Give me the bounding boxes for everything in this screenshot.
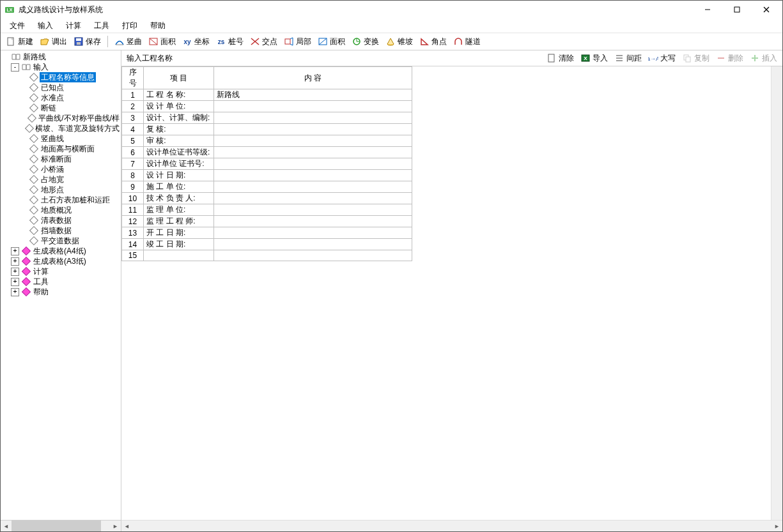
col-header-content[interactable]: 内 容 — [214, 67, 412, 89]
grid-row[interactable]: 10技 术 负 责 人: — [122, 193, 412, 204]
expand-icon[interactable]: + — [11, 278, 19, 286]
rt-clear-button[interactable]: 清除 — [544, 52, 577, 65]
cell-content[interactable] — [214, 147, 412, 158]
grid-row[interactable]: 9施 工 单 位: — [122, 181, 412, 193]
row-header[interactable]: 4 — [122, 124, 144, 135]
cell-content[interactable] — [214, 124, 412, 135]
tb-new-button[interactable]: 新建 — [3, 35, 36, 49]
close-button[interactable] — [752, 1, 781, 19]
tree-item[interactable]: 土石方表加桩和运距 — [20, 195, 121, 205]
cell-content[interactable] — [214, 158, 412, 170]
tree-item[interactable]: 地质概况 — [20, 205, 121, 215]
expand-icon[interactable]: + — [11, 268, 19, 276]
cell-item[interactable]: 监 理 工 程 师: — [144, 216, 214, 227]
menu-4[interactable]: 打印 — [116, 19, 144, 33]
cell-content[interactable] — [214, 204, 412, 216]
maximize-button[interactable] — [722, 1, 752, 19]
cell-item[interactable]: 设计单位证书等级: — [144, 147, 214, 158]
cell-item[interactable]: 设计、计算、编制: — [144, 112, 214, 124]
tree-item[interactable]: 竖曲线 — [20, 133, 121, 144]
grid-row[interactable]: 4复 核: — [122, 124, 412, 135]
tb-open-button[interactable]: 调出 — [37, 35, 70, 49]
rt-spacing-button[interactable]: 间距 — [612, 52, 644, 65]
row-header[interactable]: 1 — [122, 89, 144, 101]
tree-item[interactable]: 已知点 — [20, 82, 121, 93]
tb-vcurve-button[interactable]: 竖曲 — [112, 35, 144, 49]
tree-item[interactable]: 小桥涵 — [20, 164, 121, 174]
cell-content[interactable] — [214, 135, 412, 147]
row-header[interactable]: 8 — [122, 170, 144, 181]
grid-row[interactable]: 1工 程 名 称:新路线 — [122, 89, 412, 101]
row-header[interactable]: 13 — [122, 227, 144, 239]
cell-item[interactable] — [144, 250, 214, 261]
row-header[interactable]: 7 — [122, 158, 144, 170]
tb-xy-button[interactable]: xy坐标 — [180, 35, 212, 49]
cell-content[interactable] — [214, 250, 412, 261]
tb-zs-button[interactable]: zs桩号 — [213, 35, 246, 49]
tree-item[interactable]: 清表数据 — [20, 215, 121, 225]
row-header[interactable]: 14 — [122, 239, 144, 250]
tree-item[interactable]: 挡墙数据 — [20, 225, 121, 236]
tb-save-button[interactable]: 保存 — [71, 35, 104, 49]
tb-area1-button[interactable]: 面积 — [146, 35, 178, 49]
cell-content[interactable] — [214, 216, 412, 227]
tree-item[interactable]: 工程名称等信息 — [20, 72, 121, 82]
row-header[interactable]: 12 — [122, 216, 144, 227]
tree-section[interactable]: +生成表格(A4纸) — [11, 246, 121, 256]
col-header-seq[interactable]: 序 号 — [122, 67, 144, 89]
row-header[interactable]: 15 — [122, 250, 144, 261]
expand-icon[interactable]: + — [11, 288, 19, 296]
tree-item[interactable]: 平交道数据 — [20, 236, 121, 246]
tree-item[interactable]: 断链 — [20, 103, 121, 113]
grid-row[interactable]: 3设计、计算、编制: — [122, 112, 412, 124]
grid-row[interactable]: 2设 计 单 位: — [122, 101, 412, 112]
scroll-thumb[interactable] — [12, 521, 101, 531]
tree-item[interactable]: 地形点 — [20, 185, 121, 195]
cell-item[interactable]: 工 程 名 称: — [144, 89, 214, 101]
editor-h-scrollbar[interactable]: ◄ ► — [121, 520, 782, 531]
collapse-icon[interactable]: - — [11, 63, 19, 72]
col-header-item[interactable]: 项 目 — [144, 67, 214, 89]
cell-content[interactable] — [214, 112, 412, 124]
tb-jd-button[interactable]: 交点 — [247, 35, 280, 49]
tree-input-group[interactable]: - 输入 — [11, 62, 121, 72]
grid-row[interactable]: 6设计单位证书等级: — [122, 147, 412, 158]
cell-item[interactable]: 审 核: — [144, 135, 214, 147]
row-header[interactable]: 10 — [122, 193, 144, 204]
menu-1[interactable]: 输入 — [31, 19, 59, 33]
cell-item[interactable]: 设 计 日 期: — [144, 170, 214, 181]
cell-content[interactable] — [214, 227, 412, 239]
cell-item[interactable]: 设计单位 证书号: — [144, 158, 214, 170]
cell-item[interactable]: 复 核: — [144, 124, 214, 135]
cell-content[interactable] — [214, 170, 412, 181]
tree-section[interactable]: +计算 — [11, 266, 121, 277]
row-header[interactable]: 9 — [122, 181, 144, 193]
row-header[interactable]: 5 — [122, 135, 144, 147]
tree-section[interactable]: +工具 — [11, 277, 121, 287]
grid-row[interactable]: 12监 理 工 程 师: — [122, 216, 412, 227]
tb-local-button[interactable]: 局部 — [281, 35, 314, 49]
scroll-left-icon[interactable]: ◄ — [121, 521, 132, 531]
tree-item[interactable]: 占地宽 — [20, 174, 121, 185]
grid-row[interactable]: 11监 理 单 位: — [122, 204, 412, 216]
tb-cone-button[interactable]: 锥坡 — [383, 35, 415, 49]
menu-3[interactable]: 工具 — [88, 19, 116, 33]
tree-item[interactable]: 平曲线/不对称平曲线/样 — [20, 113, 121, 123]
tree-item[interactable]: 地面高与横断面 — [20, 144, 121, 154]
expand-icon[interactable]: + — [11, 257, 19, 266]
grid-row[interactable]: 15 — [122, 250, 412, 261]
cell-item[interactable]: 施 工 单 位: — [144, 181, 214, 193]
tree-item[interactable]: 水准点 — [20, 93, 121, 103]
cell-item[interactable]: 技 术 负 责 人: — [144, 193, 214, 204]
row-header[interactable]: 11 — [122, 204, 144, 216]
tb-tunnel-button[interactable]: 隧道 — [451, 35, 483, 49]
grid-row[interactable]: 5审 核: — [122, 135, 412, 147]
grid-row[interactable]: 13开 工 日 期: — [122, 227, 412, 239]
tb-trans-button[interactable]: 变换 — [349, 35, 382, 49]
menu-2[interactable]: 计算 — [59, 19, 88, 33]
tb-area2-button[interactable]: 面积 — [315, 35, 348, 49]
info-grid[interactable]: 序 号 项 目 内 容 1工 程 名 称:新路线2设 计 单 位:3设计、计算、… — [121, 66, 412, 261]
cell-item[interactable]: 开 工 日 期: — [144, 227, 214, 239]
cell-content[interactable] — [214, 239, 412, 250]
cell-item[interactable]: 设 计 单 位: — [144, 101, 214, 112]
